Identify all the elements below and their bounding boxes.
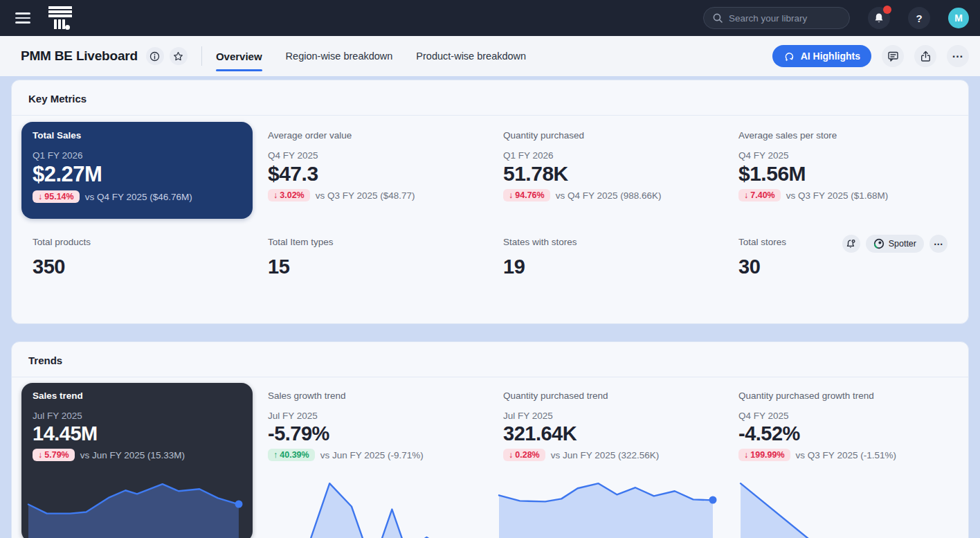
share-button[interactable] <box>914 45 936 67</box>
question-mark-icon: ? <box>916 12 922 24</box>
search-input[interactable] <box>729 13 841 24</box>
kpi-card-total-products[interactable]: Total products 350 <box>21 237 253 278</box>
sales-trend-sparkline <box>21 472 253 538</box>
arrow-down-icon: ↓ <box>744 190 748 200</box>
chart-end-dot <box>709 496 716 504</box>
divider <box>201 46 202 66</box>
thoughtspot-logo-icon[interactable] <box>48 6 72 30</box>
key-metrics-section: Key Metrics Total Sales Q1 FY 2026 $2.27… <box>11 80 969 324</box>
app-root: ? M PMM BE Liveboard Overview Region-wis… <box>0 0 980 538</box>
change-badge: ↓95.14% <box>33 190 80 203</box>
comment-icon <box>887 51 899 62</box>
more-icon: … <box>952 47 964 61</box>
sales-growth-trend-sparkline <box>257 472 488 538</box>
comparison-text: vs Q3 FY 2025 ($48.77) <box>316 190 415 201</box>
change-badge: ↓0.28% <box>503 449 545 461</box>
trends-grid: Sales trend Jul FY 2025 14.45M ↓5.79% vs… <box>12 377 968 538</box>
ai-sparkle-icon <box>783 51 795 62</box>
card-hover-controls: Spotter … <box>842 235 947 253</box>
kpi-card-states-with-stores[interactable]: States with stores 19 <box>492 237 723 278</box>
info-icon <box>149 51 160 62</box>
info-button[interactable] <box>146 47 164 65</box>
star-icon <box>173 51 183 62</box>
change-badge: ↓94.76% <box>503 189 550 201</box>
comparison-text: vs Jun FY 2025 (322.56K) <box>551 450 660 460</box>
trends-title: Trends <box>12 342 968 377</box>
change-badge: ↑40.39% <box>268 449 315 461</box>
trend-card-sales-growth-trend[interactable]: Sales growth trend Jul FY 2025 -5.79% ↑4… <box>257 383 488 538</box>
active-tab-underline <box>216 69 262 71</box>
trend-card-sales-trend[interactable]: Sales trend Jul FY 2025 14.45M ↓5.79% vs… <box>21 383 253 538</box>
kpi-card-total-stores[interactable]: Total stores 30 Spo <box>727 237 959 278</box>
spotter-button[interactable]: Spotter <box>866 235 924 253</box>
kpi-card-total-item-types[interactable]: Total Item types 15 <box>257 237 488 278</box>
kpi-card-quantity-purchased[interactable]: Quantity purchased Q1 FY 2026 51.78K ↓94… <box>492 122 723 219</box>
more-icon: … <box>934 236 944 247</box>
kpi-card-total-sales[interactable]: Total Sales Q1 FY 2026 $2.27M ↓95.14% vs… <box>21 122 253 219</box>
comparison-text: vs Jun FY 2025 (-9.71%) <box>320 450 424 460</box>
trend-card-quantity-purchased-growth-trend[interactable]: Quantity purchased growth trend Q4 FY 20… <box>727 383 959 538</box>
liveboard-header: PMM BE Liveboard Overview Region-wise br… <box>0 36 980 76</box>
arrow-down-icon: ↓ <box>744 450 748 460</box>
ai-highlights-button[interactable]: AI Highlights <box>772 45 871 67</box>
more-options-button[interactable]: … <box>947 45 969 67</box>
quantity-purchased-growth-trend-sparkline <box>727 472 959 538</box>
trends-section: Trends Sales trend Jul FY 2025 14.45M ↓5… <box>11 341 969 538</box>
change-badge: ↓199.99% <box>738 449 790 461</box>
arrow-down-icon: ↓ <box>509 190 513 200</box>
favorite-button[interactable] <box>170 47 188 65</box>
tab-product-wise-breakdown[interactable]: Product-wise breakdown <box>416 36 526 76</box>
liveboard-tabs: Overview Region-wise breakdown Product-w… <box>216 36 526 76</box>
bell-plus-icon <box>846 239 856 249</box>
arrow-down-icon: ↓ <box>273 190 278 200</box>
tab-overview[interactable]: Overview <box>216 36 262 76</box>
arrow-down-icon: ↓ <box>509 450 513 460</box>
comparison-text: vs Q3 FY 2025 ($1.68M) <box>786 190 889 201</box>
arrow-down-icon: ↓ <box>38 192 42 201</box>
page-title: PMM BE Liveboard <box>21 48 138 64</box>
change-badge: ↓3.02% <box>268 189 310 201</box>
comparison-text: vs Jun FY 2025 (15.33M) <box>80 450 185 460</box>
notification-badge-dot <box>883 6 891 14</box>
comparison-text: vs Q4 FY 2025 (988.66K) <box>556 190 662 201</box>
spotter-icon <box>873 238 884 249</box>
user-avatar[interactable]: M <box>948 8 969 28</box>
chart-end-dot <box>235 501 242 508</box>
trend-card-quantity-purchased-trend[interactable]: Quantity purchased trend Jul FY 2025 321… <box>492 383 723 538</box>
key-metrics-grid: Total Sales Q1 FY 2026 $2.27M ↓95.14% vs… <box>12 116 968 278</box>
arrow-up-icon: ↑ <box>273 450 278 460</box>
quantity-purchased-trend-sparkline <box>492 472 723 538</box>
top-navbar: ? M <box>0 0 980 36</box>
kpi-card-average-order-value[interactable]: Average order value Q4 FY 2025 $47.3 ↓3.… <box>257 122 488 219</box>
card-more-button[interactable]: … <box>929 235 947 253</box>
create-alert-button[interactable] <box>842 235 860 253</box>
library-search[interactable] <box>703 7 850 29</box>
comparison-text: vs Q4 FY 2025 ($46.76M) <box>85 192 192 202</box>
share-icon <box>920 51 932 62</box>
comments-button[interactable] <box>882 45 904 67</box>
bell-icon <box>873 12 884 24</box>
notifications-button[interactable] <box>868 7 890 29</box>
comparison-text: vs Q3 FY 2025 (-1.51%) <box>796 450 896 460</box>
search-icon <box>712 12 723 24</box>
key-metrics-title: Key Metrics <box>12 80 968 116</box>
tab-region-wise-breakdown[interactable]: Region-wise breakdown <box>286 36 393 76</box>
header-actions: AI Highlights … <box>772 45 969 67</box>
arrow-down-icon: ↓ <box>38 450 42 460</box>
change-badge: ↓7.40% <box>738 189 781 201</box>
change-badge: ↓5.79% <box>33 449 75 461</box>
hamburger-menu-icon[interactable] <box>15 12 30 24</box>
help-button[interactable]: ? <box>908 7 930 29</box>
kpi-card-average-sales-per-store[interactable]: Average sales per store Q4 FY 2025 $1.56… <box>727 122 959 219</box>
